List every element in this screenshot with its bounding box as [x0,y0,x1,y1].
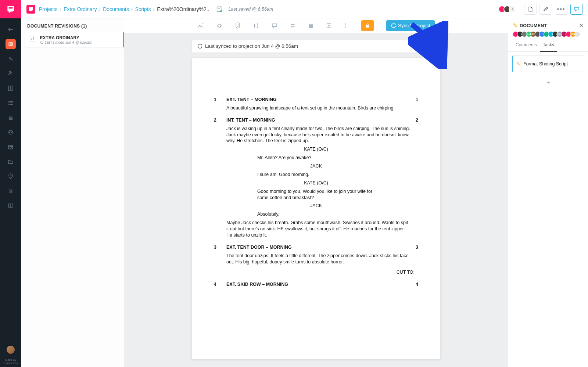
app-logo[interactable] [0,0,21,18]
scene-number: 3 [214,244,226,251]
svg-point-7 [11,132,12,133]
svg-point-9 [10,175,11,176]
svg-rect-21 [366,25,369,28]
nav-settings[interactable] [0,184,21,198]
editor-area: 12 ↓ Sync to Project Last synced to proj… [124,18,508,367]
nav-script[interactable] [0,37,21,51]
action-block: Maybe Jack checks his breath. Grabs some… [226,220,410,238]
dialogue-line: Good morning to you. Would you like to j… [257,188,375,201]
nav-boards[interactable] [0,81,21,96]
export-pdf-button[interactable] [524,4,537,15]
pencil-icon: ✎ [516,61,520,66]
svg-point-16 [202,24,203,24]
crumb-project[interactable]: Extra Ordinary [64,6,97,12]
action-block: A beautiful sprawling landscape of a ten… [226,105,410,111]
character-cue: JACK [257,203,375,209]
svg-point-18 [237,24,237,25]
svg-rect-2 [8,86,10,90]
tool-dialogue-icon[interactable] [272,23,277,29]
lock-button[interactable] [361,20,374,31]
tab-comments[interactable]: Comments [513,39,540,51]
pencil-icon: ✎ [513,22,517,29]
tab-tasks[interactable]: Tasks [540,39,557,52]
tool-announce-icon[interactable] [216,23,222,29]
sync-status-bar: Last synced to project on Jun 4 @ 6:56am [192,40,440,53]
tool-transition-icon[interactable] [290,23,296,28]
left-nav-rail: ✎ Made By [0,0,21,367]
scene-number-right: 2 [406,117,418,123]
task-item[interactable]: ✎ [512,55,584,72]
chevron-right-icon: › [153,6,155,12]
chevron-right-icon: › [60,6,62,12]
chevron-right-icon: › [131,6,133,12]
presence-avatars[interactable]: ＋ [498,6,516,13]
tool-align-icon[interactable] [308,23,313,28]
dialogue-line: Absolutely. [257,211,375,217]
project-icon[interactable] [26,5,35,14]
svg-point-11 [11,191,12,192]
breadcrumb: Projects › Extra Ordinary › Documents › … [39,6,209,12]
tool-parenthetical-icon[interactable] [253,23,259,29]
scene-heading: EXT. TENT DOOR – MORNING [226,244,406,251]
tool-scene-image-icon[interactable] [197,23,204,29]
svg-rect-14 [218,7,220,8]
svg-rect-3 [11,86,13,90]
nav-breakdown[interactable] [0,96,21,110]
nav-back[interactable] [0,22,21,37]
nav-files[interactable] [0,154,21,169]
share-link-button[interactable] [539,4,552,15]
last-saved-text: Last saved @ 6:56am [229,7,273,12]
add-task-button[interactable]: ＋ [508,76,588,89]
nav-list[interactable] [0,110,21,125]
tool-character-icon[interactable] [235,22,241,29]
footer-madeby: Made By Leanometry [0,358,21,365]
nav-calendar[interactable] [0,140,21,154]
svg-point-12 [10,192,11,193]
side-panel: ✎ DOCUMENT ✕ AMRDKLMVBS Comments Tasks ✎… [508,18,588,367]
character-cue: KATE (O/C) [257,180,375,186]
scene-number: 1 [214,97,226,103]
nav-edit[interactable]: ✎ [0,51,21,66]
revision-meta: Last synced Jun 4 @ 6:56am [40,40,93,44]
sync-to-project-button[interactable]: Sync to Project [386,20,434,31]
crumb-current: Extra%20Ordinary%2.. [157,6,209,12]
top-bar: Projects › Extra Ordinary › Documents › … [21,0,588,18]
side-title: DOCUMENT [520,23,547,28]
tool-number-icon[interactable]: 12 ↓ [344,22,349,28]
nav-location[interactable] [0,169,21,184]
revisions-heading: DOCUMENT REVISIONS (1) [21,18,124,32]
scene-heading: INT. TENT – MORNING [226,117,406,123]
chevron-right-icon: › [99,6,101,12]
scene-heading: EXT. TENT – MORNING [226,97,406,103]
svg-point-15 [220,10,222,11]
svg-point-19 [239,24,239,25]
editor-toolbar: 12 ↓ Sync to Project [124,18,508,33]
save-status-icon [216,6,223,12]
svg-point-5 [10,131,11,132]
tool-note-icon[interactable] [326,23,332,29]
crumb-documents[interactable]: Documents [103,6,129,12]
revision-card[interactable]: v1 EXTRA ORDINARY Last synced Jun 4 @ 6:… [25,32,124,47]
user-avatar[interactable] [7,346,15,354]
dialogue-line: Mr. Allen? Are you awake? [257,155,375,161]
script-page[interactable]: 1EXT. TENT – MORNING1A beautiful sprawli… [192,58,440,359]
nav-cast[interactable] [0,66,21,81]
toggle-comments-button[interactable] [570,4,583,15]
scene-number-right: 3 [406,244,418,251]
svg-point-10 [10,190,11,191]
more-menu-button[interactable]: ••• [555,4,567,15]
revision-version: v1 [29,36,36,42]
side-close-button[interactable]: ✕ [579,22,584,29]
collaborator-avatar[interactable] [574,31,580,37]
crumb-projects[interactable]: Projects [39,6,58,12]
nav-reel[interactable] [0,125,21,140]
character-cue: JACK [257,163,375,169]
svg-point-1 [9,72,11,73]
scene-heading: EXT. SKID ROW – MORNING [226,281,406,288]
collaborator-avatars[interactable]: AMRDKLMVBS [508,31,588,39]
task-input[interactable] [523,61,580,66]
scene-number-right: 4 [406,281,418,288]
nav-book[interactable] [0,198,21,213]
crumb-scripts[interactable]: Scripts [135,6,151,12]
revision-title: EXTRA ORDINARY [40,35,93,40]
